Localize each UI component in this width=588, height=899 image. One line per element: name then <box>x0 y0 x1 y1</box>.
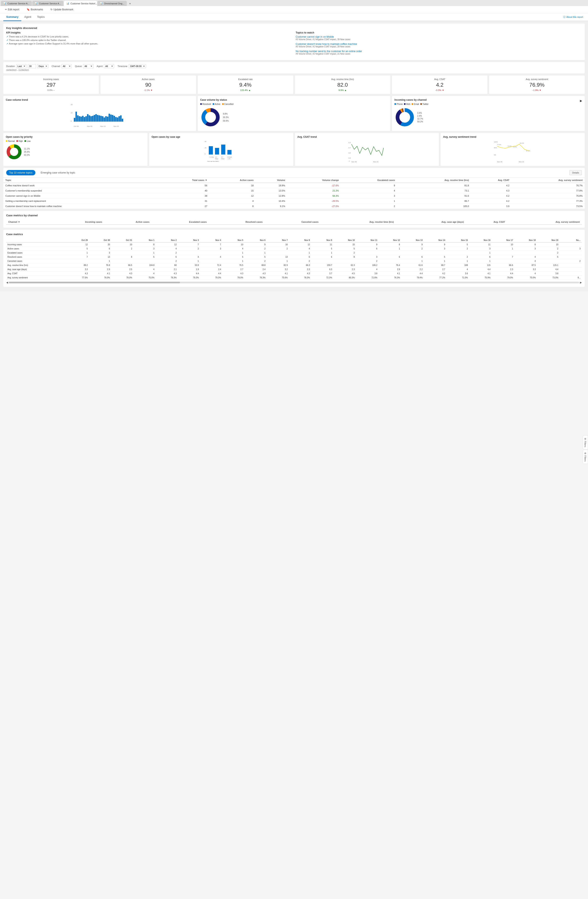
kpi-survey-sentiment: Avg. survey sentiment 76.9% -1.9% <box>489 76 585 94</box>
new-tab-button[interactable]: + <box>127 1 133 6</box>
svg-text:3.3: 3.3 <box>348 157 351 159</box>
svg-rect-3 <box>74 118 75 122</box>
daily-table: Oct 29Oct 30Oct 31Nov 1Nov 2Nov 3Nov 4No… <box>6 238 582 280</box>
key-insights-card: Key insights discovered KPI insights The… <box>3 23 585 60</box>
queue-filter: Queue All <box>75 64 94 68</box>
topic-watch-sub-0: #3 Volume Driver, #1 Negative CSAT impac… <box>296 38 582 40</box>
tab-summary[interactable]: Summary <box>3 13 21 21</box>
priority-percentages: 11.1% 25.6% 63.3% <box>24 148 30 156</box>
case-metrics-daily-section: Case metrics Oct 29Oct 30Oct 31Nov 1Nov … <box>3 230 585 287</box>
nav-tabs-left: Summary Agent Topics <box>3 13 48 21</box>
status-donut-labels: 9.8% 30.3% 59.9% <box>223 113 229 122</box>
bookmarks-button[interactable]: 🔖 Bookmarks <box>25 7 45 12</box>
topic-watch-link-0[interactable]: Customer cannot sign in on Mobile <box>296 36 582 38</box>
svg-rect-31 <box>120 116 122 122</box>
kpi-insight-1: There was a 100.0% volume spike in the T… <box>6 39 292 42</box>
tab2-label: Customer Service A... <box>39 2 61 5</box>
svg-rect-32 <box>122 119 123 122</box>
svg-rect-20 <box>102 116 103 122</box>
timezone-select[interactable]: GMT-08:00 <box>129 64 146 68</box>
col-total-cases[interactable]: Total cases ▼ <box>159 178 209 183</box>
daily-table-header: Oct 29Oct 30Oct 31Nov 1Nov 2Nov 3Nov 4No… <box>6 238 582 243</box>
open-cases-age-title: Open cases by case age <box>151 136 291 138</box>
edit-report-button[interactable]: ✏ Edit report <box>3 7 21 12</box>
svg-rect-19 <box>100 116 102 122</box>
svg-text:10: 10 <box>71 112 73 114</box>
channel-label: Channel <box>52 65 60 67</box>
tab-topics[interactable]: Topics <box>34 13 48 21</box>
channel-filter: Channel All <box>52 64 72 68</box>
kpi-resolve-time: Avg. resolve time (hrs) 82.0 9.9% <box>295 76 390 94</box>
bookmark-icon: 🔖 <box>27 8 30 11</box>
about-report-link[interactable]: ⓘ About this report <box>562 14 585 20</box>
svg-text:81.0%: 81.0% <box>520 142 524 144</box>
tab3-label: Customer Service histori... <box>71 2 97 5</box>
about-report-label: About this report <box>566 16 583 18</box>
kpi-1-change: -1.1% <box>103 89 194 91</box>
open-cases-age-card: Open cases by case age 40 20 0 <1 Day 1-… <box>149 133 293 166</box>
browser-tab-3[interactable]: 📊 Customer Service histori... ✕ <box>64 1 97 6</box>
timezone-filter: Timezone GMT-08:00 <box>117 64 146 68</box>
emerging-topics-button[interactable]: Emerging case volume by topic <box>38 170 78 175</box>
svg-rect-24 <box>109 114 110 122</box>
scroll-right-icon[interactable]: ▶ <box>580 281 582 284</box>
duration-value-input[interactable] <box>28 64 36 68</box>
kpi-0-label: Incoming cases <box>6 78 96 80</box>
status-donut-chart <box>200 107 221 128</box>
col-resolve-time: Avg. resolve time (hrs) <box>397 178 471 183</box>
kpi-insights-section: KPI insights There was a 4.1% decrease i… <box>6 31 292 57</box>
duration-period-select[interactable]: Last <box>16 64 26 68</box>
top10-topics-button[interactable]: Top 10 volume topics <box>6 170 35 175</box>
case-volume-status-card: Case volume by status Resolved Active Ca… <box>198 96 390 131</box>
topics-header: Top 10 volume topics Emerging case volum… <box>3 168 585 178</box>
scroll-left-icon[interactable]: ◀ <box>6 281 8 284</box>
ch-col-csat: Avg. CSAT <box>466 219 507 225</box>
priority-donut-chart <box>6 144 22 160</box>
kpi-insights-label: KPI insights <box>6 31 292 34</box>
ch-col-sentiment: Avg. survey sentiment <box>507 219 582 225</box>
channel-select[interactable]: All <box>62 64 72 68</box>
list-item: Avg. resolve time (hrs)89.276.866.5104.8… <box>6 263 582 267</box>
channel-donut-container: 3.4% 2.4% 32.7% 58.2% <box>394 107 582 128</box>
channel-donut-labels: 3.4% 2.4% 32.7% 58.2% <box>417 112 423 123</box>
svg-rect-13 <box>90 116 92 122</box>
svg-text:Nov 06: Nov 06 <box>497 161 503 163</box>
svg-rect-15 <box>94 115 95 122</box>
horizontal-scrollbar[interactable] <box>9 282 579 283</box>
browser-tab-2[interactable]: 📊 Customer Service A... <box>32 1 63 6</box>
kpi-row: Incoming cases 297 0.0% -- Active cases … <box>3 76 585 94</box>
list-item: Avg. case age (days)3.32.92.542.11.92.42… <box>6 267 582 272</box>
browser-tab-1[interactable]: 📊 Customer Service A... <box>1 1 32 6</box>
kpi-4-value: 4.2 <box>394 82 485 88</box>
scrollbar-area: ◀ ▶ <box>6 281 582 284</box>
browser-tab-4[interactable]: 📊 Omnichannel Ong... <box>97 1 127 6</box>
refresh-icon: ↻ <box>51 8 52 11</box>
topic-watch-link-2[interactable]: No tracking number send to the customer … <box>296 50 582 53</box>
tab3-favicon: 📊 <box>66 2 69 5</box>
channel-chart-expand-icon[interactable]: ▶ <box>580 99 582 102</box>
svg-text:50%: 50% <box>494 147 497 148</box>
svg-text:Nov 20: Nov 20 <box>519 161 524 163</box>
svg-text:20: 20 <box>205 147 206 148</box>
kpi-avg-csat: Avg. CSAT 4.2 -3.3% <box>392 76 488 94</box>
update-bookmark-button[interactable]: ↻ Update Bookmark <box>49 7 75 12</box>
tab-agent[interactable]: Agent <box>21 13 34 21</box>
topic-watch-link-1[interactable]: Customer doesn't know how to maintain co… <box>296 43 582 45</box>
queue-select[interactable]: All <box>83 64 94 68</box>
avg-survey-trend-card: Avg. survey sentiment trend 100% 50% 0% … <box>441 133 585 166</box>
topics-details-button[interactable]: Details <box>569 170 582 175</box>
svg-rect-10 <box>85 116 87 122</box>
svg-text:100%: 100% <box>494 141 498 143</box>
col-csat: Avg. CSAT <box>471 178 511 183</box>
kpi-escalated-rate: Escalated rate 9.4% 115.4% <box>198 76 293 94</box>
col-volume-change: Volume change <box>287 178 341 183</box>
svg-text:40: 40 <box>205 141 206 142</box>
avg-survey-trend-title: Avg. survey sentiment trend <box>443 136 582 138</box>
case-metrics-daily-title: Case metrics <box>6 233 582 236</box>
duration-unit-select[interactable]: Days <box>37 64 48 68</box>
daily-table-container[interactable]: Oct 29Oct 30Oct 31Nov 1Nov 2Nov 3Nov 4No… <box>6 238 582 280</box>
svg-rect-30 <box>119 116 120 122</box>
table-row: Coffee machine doesn't work 56 18 18.9% … <box>3 183 585 188</box>
agent-select[interactable]: All <box>104 64 114 68</box>
topic-watch-2: No tracking number send to the customer … <box>296 50 582 55</box>
